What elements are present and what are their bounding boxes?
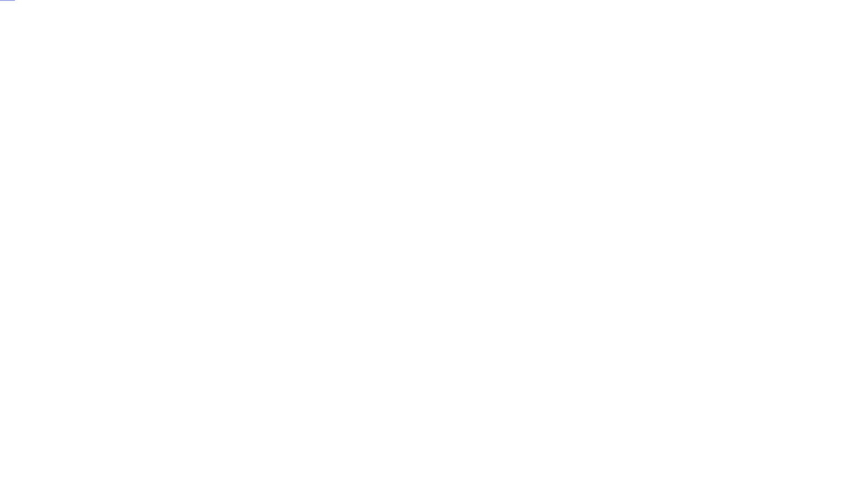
- node-sensitive-industries: [0, 0, 15, 1]
- edges-layer: [0, 0, 868, 488]
- flowchart-canvas: [0, 0, 868, 488]
